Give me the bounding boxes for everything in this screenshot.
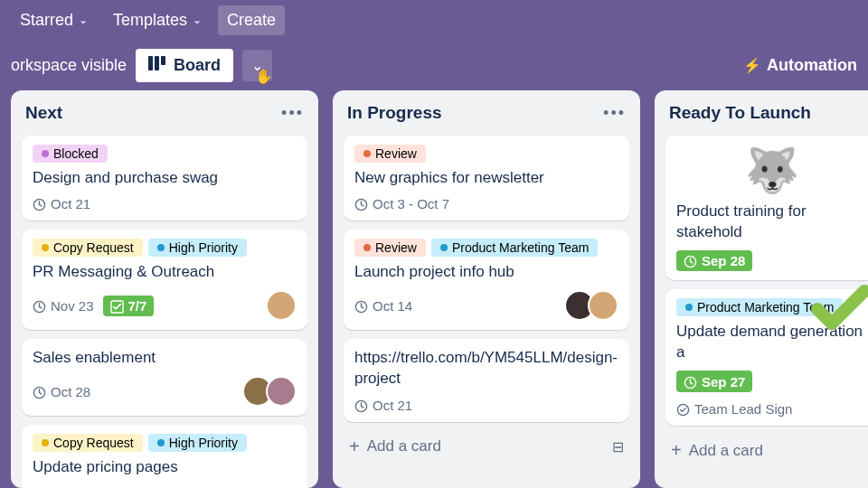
- card-meta-row: Oct 28: [33, 376, 297, 407]
- label-text: High Priority: [169, 436, 238, 450]
- label[interactable]: Blocked: [33, 145, 108, 163]
- board-view-button[interactable]: Board: [136, 49, 233, 82]
- plus-icon: +: [671, 440, 682, 461]
- clock-icon: [33, 196, 46, 212]
- list-header: In Progress•••: [344, 101, 629, 127]
- label[interactable]: High Priority: [148, 434, 247, 452]
- card[interactable]: ReviewNew graphics for newsletterOct 3 -…: [344, 136, 629, 221]
- card-title: Launch project info hub: [354, 262, 618, 283]
- card-labels: Review: [354, 145, 618, 163]
- label[interactable]: Review: [354, 145, 426, 163]
- label-text: Product Marketing Team: [452, 240, 589, 255]
- due-date-badge[interactable]: Nov 23: [33, 298, 94, 314]
- label-dot-icon: [42, 150, 49, 157]
- list: Ready To Launch🐺Product training for sta…: [655, 90, 868, 488]
- add-card-button[interactable]: +Add a card: [665, 435, 868, 466]
- automation-label: Automation: [767, 56, 857, 75]
- due-date-badge[interactable]: Oct 21: [354, 397, 412, 413]
- card-members: [571, 290, 618, 321]
- due-date-badge[interactable]: Sep 28: [676, 250, 752, 272]
- avatar[interactable]: [266, 376, 297, 407]
- due-date-badge[interactable]: Oct 3 - Oct 7: [354, 196, 449, 212]
- avatar[interactable]: [588, 290, 618, 321]
- starred-menu[interactable]: Starred ⌄: [11, 5, 97, 35]
- label[interactable]: Review: [354, 239, 426, 257]
- due-date-badge[interactable]: Oct 14: [354, 298, 412, 314]
- card[interactable]: Copy RequestHigh PriorityPR Messaging & …: [22, 230, 307, 330]
- list-title[interactable]: Next: [25, 103, 62, 123]
- due-date-badge[interactable]: Sep 27: [676, 371, 752, 392]
- card-members: [273, 290, 297, 321]
- label-dot-icon: [42, 439, 49, 446]
- label-dot-icon: [157, 439, 165, 446]
- label[interactable]: Copy Request: [33, 434, 143, 452]
- due-date-badge[interactable]: Oct 21: [33, 196, 90, 212]
- board-canvas: Next•••BlockedDesign and purchase swagOc…: [0, 90, 868, 488]
- workspace-visibility[interactable]: orkspace visible: [11, 56, 127, 75]
- card[interactable]: 🐺Product training for stakeholdSep 28: [665, 136, 868, 280]
- card[interactable]: BlockedDesign and purchase swagOct 21: [22, 136, 307, 221]
- list-title[interactable]: In Progress: [347, 103, 442, 123]
- card-title: https://trello.com/b/YM545LLM/design-pro…: [354, 348, 618, 389]
- chevron-down-icon: ⌄: [193, 14, 202, 26]
- chevron-down-icon: ⌄: [79, 14, 88, 26]
- create-button[interactable]: Create: [218, 5, 285, 35]
- label-dot-icon: [440, 244, 448, 251]
- cursor-pointer-icon: ✋: [255, 68, 273, 85]
- svg-rect-2: [161, 56, 165, 65]
- card[interactable]: Sales enablementOct 28: [22, 339, 307, 416]
- checkmark-sticker-icon: [808, 280, 868, 334]
- card-title: PR Messaging & Outreach: [33, 262, 297, 283]
- list-header: Next•••: [22, 101, 307, 127]
- add-card-button[interactable]: +Add a card⊟: [344, 431, 629, 463]
- label-dot-icon: [685, 304, 693, 311]
- label-text: Review: [375, 240, 417, 255]
- card-labels: Copy RequestHigh Priority: [33, 239, 297, 257]
- create-label: Create: [227, 11, 276, 30]
- list-menu-button[interactable]: •••: [603, 104, 626, 123]
- clock-icon: [354, 298, 368, 314]
- extra-meta: Team Lead Sign: [676, 401, 792, 418]
- svg-rect-0: [148, 56, 153, 70]
- card-meta-row: Oct 21: [33, 196, 297, 212]
- card[interactable]: ReviewProduct Marketing TeamLaunch proje…: [344, 230, 629, 330]
- card-title: New graphics for newsletter: [354, 168, 618, 189]
- label-text: High Priority: [169, 240, 238, 255]
- due-date-text: Oct 21: [51, 196, 90, 211]
- label-text: Copy Request: [53, 240, 134, 255]
- label-text: Blocked: [53, 146, 99, 161]
- automation-button[interactable]: ⚡ Automation: [743, 56, 857, 75]
- checklist-count: 7/7: [128, 298, 147, 314]
- board-view-switcher[interactable]: ⌄ ✋: [242, 50, 272, 81]
- list-menu-button[interactable]: •••: [281, 104, 304, 123]
- label[interactable]: Copy Request: [33, 239, 143, 257]
- card-title: Update pricing pages: [33, 457, 297, 478]
- list-title[interactable]: Ready To Launch: [669, 103, 811, 123]
- card-labels: ReviewProduct Marketing Team: [354, 239, 618, 257]
- label-text: Copy Request: [53, 436, 134, 450]
- clock-icon: [33, 298, 46, 314]
- due-date-text: Nov 23: [51, 298, 94, 314]
- avatar[interactable]: [266, 290, 297, 321]
- checklist-badge[interactable]: 7/7: [103, 296, 155, 317]
- add-card-label: Add a card: [367, 437, 441, 455]
- card-labels: Blocked: [33, 145, 297, 163]
- top-navbar: Starred ⌄ Templates ⌄ Create: [0, 0, 868, 40]
- circle-check-icon: [676, 401, 690, 418]
- due-date-text: Sep 28: [702, 253, 745, 268]
- card-meta-row: Oct 3 - Oct 7: [354, 196, 618, 212]
- card[interactable]: https://trello.com/b/YM545LLM/design-pro…: [344, 339, 629, 421]
- due-date-text: Oct 3 - Oct 7: [373, 196, 449, 211]
- card[interactable]: Copy RequestHigh PriorityUpdate pricing …: [22, 425, 307, 488]
- card-meta-row: Sep 27Team Lead Sign: [676, 371, 868, 417]
- card-members: [250, 376, 297, 407]
- card[interactable]: Product Marketing TeamUpdate demand gene…: [665, 289, 868, 426]
- due-date-badge[interactable]: Oct 28: [33, 384, 90, 400]
- card-labels: Copy RequestHigh Priority: [33, 434, 297, 452]
- card-template-icon[interactable]: ⊟: [612, 438, 624, 455]
- label[interactable]: High Priority: [148, 239, 247, 257]
- card-meta-row: Nov 237/7: [33, 290, 297, 321]
- templates-menu[interactable]: Templates ⌄: [104, 5, 211, 35]
- label[interactable]: Product Marketing Team: [431, 239, 598, 257]
- templates-label: Templates: [113, 11, 187, 30]
